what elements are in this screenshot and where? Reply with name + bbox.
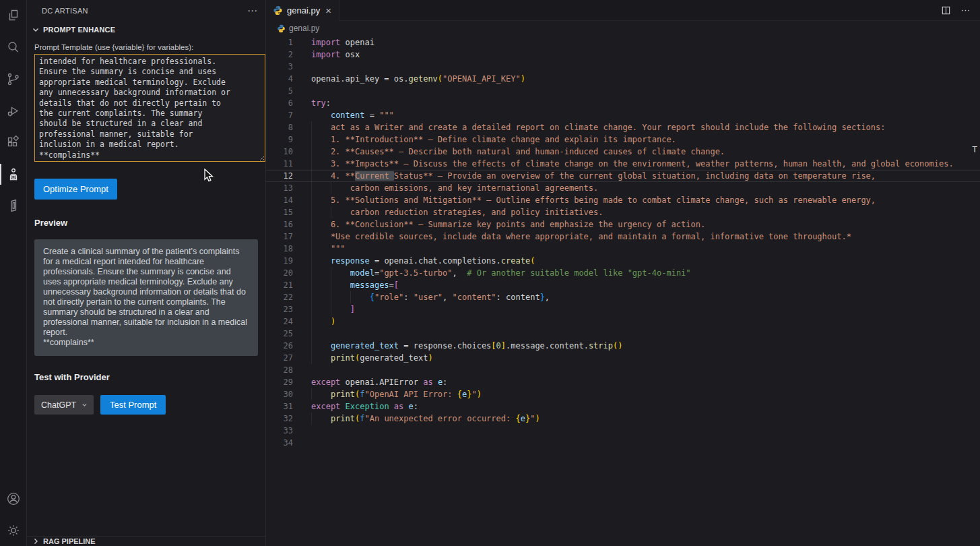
indent-guide bbox=[311, 218, 312, 231]
code-line[interactable]: 1import openai bbox=[266, 36, 980, 49]
python-icon bbox=[277, 24, 286, 33]
section-rag-pipeline-label: RAG PIPELINE bbox=[43, 537, 96, 545]
code-line[interactable]: 31except Exception as e: bbox=[266, 400, 980, 413]
line-number: 13 bbox=[266, 182, 293, 194]
code-line[interactable]: 4openai.api_key = os.getenv("OPENAI_API_… bbox=[266, 73, 980, 85]
code-line[interactable]: 17 *Use credible sources, include data w… bbox=[266, 231, 980, 243]
optimize-prompt-button[interactable]: Optimize Prompt bbox=[34, 179, 117, 200]
indent-guide bbox=[311, 315, 312, 328]
line-number: 12 bbox=[266, 170, 293, 182]
indent-guide bbox=[311, 352, 312, 364]
code-line[interactable]: 3 bbox=[266, 61, 980, 73]
code-line[interactable]: 10 2. **Causes** — Describe both natural… bbox=[266, 146, 980, 158]
dc-artisan-icon[interactable] bbox=[0, 158, 27, 190]
code-editor[interactable]: 1import openai2import osx34openai.api_ke… bbox=[266, 36, 980, 546]
code-line[interactable]: 5 bbox=[266, 85, 980, 97]
indent-guide bbox=[311, 267, 312, 279]
code-line[interactable]: 7 content = """ bbox=[266, 109, 980, 121]
indent-guide bbox=[311, 182, 312, 194]
code-line[interactable]: 27 print(generated_text) bbox=[266, 352, 980, 364]
line-number: 25 bbox=[266, 328, 293, 340]
code-line[interactable]: 6try: bbox=[266, 97, 980, 109]
tab-bar: genai.py × bbox=[266, 0, 980, 21]
line-number: 23 bbox=[266, 303, 293, 315]
prompt-template-label: Prompt Template (use {variable} for vari… bbox=[34, 43, 258, 51]
code-line[interactable]: 21 messages=[ bbox=[266, 279, 980, 291]
code-line[interactable]: 32 print(f"An unexpected error occurred:… bbox=[266, 413, 980, 425]
section-rag-pipeline[interactable]: RAG PIPELINE bbox=[27, 536, 265, 546]
indent-guide bbox=[331, 303, 331, 315]
code-line[interactable]: 15 carbon reduction strategies, and poli… bbox=[266, 206, 980, 218]
line-number: 3 bbox=[266, 61, 293, 73]
tab-close-icon[interactable]: × bbox=[324, 6, 333, 16]
explorer-icon[interactable] bbox=[0, 0, 27, 32]
code-line[interactable]: 24 ) bbox=[266, 315, 980, 328]
code-line[interactable]: 2import osx bbox=[266, 49, 980, 61]
indent-guide bbox=[311, 146, 312, 158]
line-number: 21 bbox=[266, 279, 293, 291]
code-line[interactable]: 20 model="gpt-3.5-turbo", # Or another s… bbox=[266, 267, 980, 279]
chevron-right-icon bbox=[31, 537, 40, 546]
door-panel-icon[interactable] bbox=[0, 190, 27, 222]
activity-bar bbox=[0, 0, 27, 546]
section-prompt-enhance[interactable]: PROMPT ENHANCE bbox=[27, 22, 265, 38]
indent-guide bbox=[331, 182, 331, 194]
code-line[interactable]: 26 generated_text = response.choices[0].… bbox=[266, 340, 980, 352]
line-number: 10 bbox=[266, 146, 293, 158]
code-line[interactable]: 23 ] bbox=[266, 303, 980, 315]
indent-guide bbox=[331, 206, 331, 218]
test-prompt-button[interactable]: Test Prompt bbox=[100, 395, 166, 415]
run-debug-icon[interactable] bbox=[0, 95, 27, 127]
code-line[interactable]: 8 act as a Writer and create a detailed … bbox=[266, 121, 980, 133]
indent-guide bbox=[311, 243, 312, 255]
line-number: 19 bbox=[266, 255, 293, 267]
chevron-down-icon bbox=[31, 25, 40, 34]
chevron-down-icon bbox=[81, 401, 88, 408]
code-line[interactable]: 29except openai.APIError as e: bbox=[266, 376, 980, 388]
code-line[interactable]: 13 carbon emissions, and key internation… bbox=[266, 182, 980, 194]
indent-guide bbox=[311, 340, 312, 352]
indent-guide bbox=[311, 388, 312, 400]
source-control-icon[interactable] bbox=[0, 63, 27, 95]
line-number: 32 bbox=[266, 413, 293, 425]
search-icon[interactable] bbox=[0, 32, 27, 63]
code-line[interactable]: 14 5. **Solutions and Mitigation** — Out… bbox=[266, 194, 980, 206]
editor-more-actions-icon[interactable] bbox=[960, 5, 971, 16]
code-line[interactable]: 12 4. **Current Status** — Provide an ov… bbox=[266, 170, 980, 182]
indent-guide bbox=[311, 279, 312, 291]
tab-genai-py[interactable]: genai.py × bbox=[266, 0, 339, 21]
prompt-template-input[interactable] bbox=[34, 54, 265, 162]
line-number: 8 bbox=[266, 121, 293, 133]
code-line[interactable]: 25 bbox=[266, 328, 980, 340]
code-line[interactable]: 16 6. **Conclusion** — Summarize key poi… bbox=[266, 218, 980, 231]
line-number: 28 bbox=[266, 364, 293, 376]
code-line[interactable]: 33 bbox=[266, 425, 980, 437]
code-line[interactable]: 30 print(f"OpenAI API Error: {e}") bbox=[266, 388, 980, 400]
settings-gear-icon[interactable] bbox=[0, 514, 27, 546]
provider-select[interactable]: ChatGPT bbox=[34, 395, 94, 415]
line-number: 11 bbox=[266, 158, 293, 170]
more-actions-icon[interactable]: ⋯ bbox=[247, 7, 257, 14]
code-lines: 1import openai2import osx34openai.api_ke… bbox=[266, 36, 980, 449]
line-number: 31 bbox=[266, 400, 293, 413]
provider-select-value: ChatGPT bbox=[41, 400, 76, 410]
split-editor-icon[interactable] bbox=[941, 5, 951, 16]
line-number: 33 bbox=[266, 425, 293, 437]
code-line[interactable]: 22 {"role": "user", "content": content}, bbox=[266, 291, 980, 303]
code-line[interactable]: 28 bbox=[266, 364, 980, 376]
code-line[interactable]: 18 """ bbox=[266, 243, 980, 255]
code-line[interactable]: 9 1. **Introduction** — Define climate c… bbox=[266, 133, 980, 146]
indent-guide bbox=[311, 121, 312, 133]
code-line[interactable]: 34 bbox=[266, 437, 980, 449]
line-number: 7 bbox=[266, 109, 293, 121]
indent-guide bbox=[350, 291, 351, 303]
extensions-icon[interactable] bbox=[0, 127, 27, 158]
indent-guide bbox=[331, 279, 331, 291]
code-line[interactable]: 11 3. **Impacts** — Discuss the effects … bbox=[266, 158, 980, 170]
breadcrumb[interactable]: genai.py bbox=[266, 21, 980, 36]
code-line[interactable]: 19 response = openai.chat.completions.cr… bbox=[266, 255, 980, 267]
indent-guide bbox=[311, 303, 312, 315]
account-icon[interactable] bbox=[0, 483, 27, 514]
line-number: 26 bbox=[266, 340, 293, 352]
indent-guide bbox=[311, 133, 312, 146]
